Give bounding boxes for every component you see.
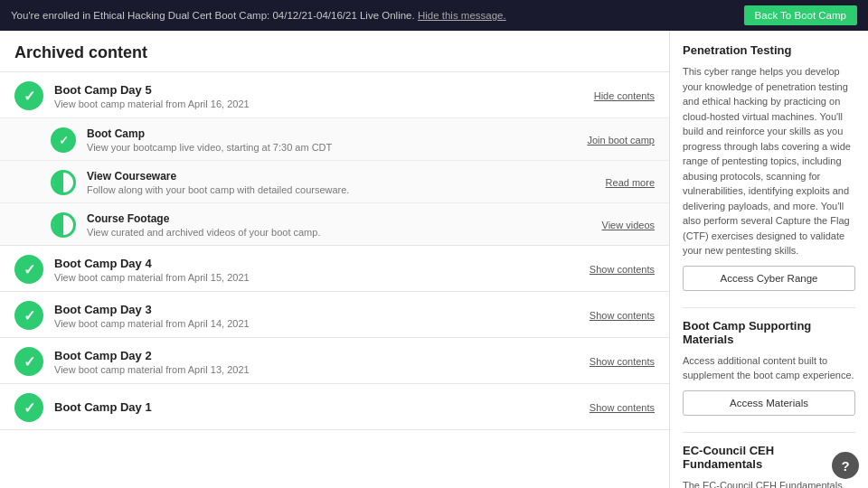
sidebar-section-pen-testing: Penetration Testing This cyber range hel… bbox=[683, 43, 855, 291]
notification-text: You're enrolled in Ethical Hacking Dual … bbox=[11, 10, 506, 21]
sidebar: Penetration Testing This cyber range hel… bbox=[669, 31, 868, 488]
day-section-day5: ✓ Boot Camp Day 5 View boot camp materia… bbox=[0, 72, 669, 246]
bootcamp-live-icon: ✓ bbox=[51, 127, 76, 153]
day1-title: Boot Camp Day 1 bbox=[54, 400, 152, 414]
supporting-title: Boot Camp Supporting Materials bbox=[683, 319, 855, 346]
courseware-title: View Courseware bbox=[87, 170, 349, 183]
courseware-icon bbox=[51, 170, 76, 195]
day3-icon: ✓ bbox=[14, 301, 43, 330]
course-footage-icon bbox=[51, 212, 76, 238]
join-bootcamp-link[interactable]: Join boot camp bbox=[587, 135, 655, 145]
course-footage-info: Course Footage View curated and archived… bbox=[87, 212, 320, 238]
ec-council-desc: The EC-Council CEH Fundamentals learning… bbox=[683, 478, 855, 489]
view-videos-link[interactable]: View videos bbox=[602, 220, 656, 230]
day5-subtitle: View boot camp material from April 16, 2… bbox=[54, 99, 250, 109]
help-button[interactable]: ? bbox=[832, 452, 859, 479]
day3-header[interactable]: ✓ Boot Camp Day 3 View boot camp materia… bbox=[0, 292, 669, 337]
day-section-day1: ✓ Boot Camp Day 1 Show contents bbox=[0, 384, 669, 430]
sidebar-divider-2 bbox=[683, 432, 855, 433]
day-section-day2: ✓ Boot Camp Day 2 View boot camp materia… bbox=[0, 338, 669, 384]
day5-header[interactable]: ✓ Boot Camp Day 5 View boot camp materia… bbox=[0, 72, 669, 117]
help-icon-label: ? bbox=[841, 458, 849, 474]
main-layout: Archived content ✓ Boot Camp Day 5 View … bbox=[0, 31, 868, 488]
day3-info: Boot Camp Day 3 View boot camp material … bbox=[54, 303, 250, 329]
courseware-subtitle: Follow along with your boot camp with de… bbox=[87, 184, 349, 195]
day2-header[interactable]: ✓ Boot Camp Day 2 View boot camp materia… bbox=[0, 338, 669, 383]
day4-subtitle: View boot camp material from April 15, 2… bbox=[54, 272, 250, 283]
sidebar-section-supporting: Boot Camp Supporting Materials Access ad… bbox=[683, 319, 855, 416]
access-cyber-range-button[interactable]: Access Cyber Range bbox=[683, 266, 855, 291]
hide-message-link[interactable]: Hide this message. bbox=[418, 10, 506, 21]
day3-toggle[interactable]: Show contents bbox=[590, 310, 655, 321]
day4-header[interactable]: ✓ Boot Camp Day 4 View boot camp materia… bbox=[0, 246, 669, 291]
day4-toggle[interactable]: Show contents bbox=[590, 264, 655, 275]
bootcamp-live-subtitle: View your bootcamp live video, starting … bbox=[87, 142, 332, 153]
day4-icon: ✓ bbox=[14, 255, 43, 284]
sub-item-bootcamp-live: ✓ Boot Camp View your bootcamp live vide… bbox=[0, 117, 669, 160]
page-title: Archived content bbox=[0, 31, 669, 72]
day5-info: Boot Camp Day 5 View boot camp material … bbox=[54, 83, 250, 109]
read-more-link[interactable]: Read more bbox=[606, 177, 655, 188]
day5-title: Boot Camp Day 5 bbox=[54, 83, 250, 97]
sub-item-courseware: View Courseware Follow along with your b… bbox=[0, 160, 669, 202]
courseware-info: View Courseware Follow along with your b… bbox=[87, 170, 349, 195]
day1-icon: ✓ bbox=[14, 393, 43, 422]
sidebar-divider-1 bbox=[683, 307, 855, 308]
content-area: Archived content ✓ Boot Camp Day 5 View … bbox=[0, 31, 669, 488]
course-footage-title: Course Footage bbox=[87, 212, 320, 225]
day1-info: Boot Camp Day 1 bbox=[54, 400, 152, 416]
day2-icon: ✓ bbox=[14, 347, 43, 376]
notification-bar: You're enrolled in Ethical Hacking Dual … bbox=[0, 0, 868, 31]
sub-item-course-footage: Course Footage View curated and archived… bbox=[0, 202, 669, 245]
day5-sub-items: ✓ Boot Camp View your bootcamp live vide… bbox=[0, 117, 669, 245]
access-materials-button[interactable]: Access Materials bbox=[683, 390, 855, 416]
day-section-day3: ✓ Boot Camp Day 3 View boot camp materia… bbox=[0, 292, 669, 338]
pen-testing-desc: This cyber range helps you develop your … bbox=[683, 64, 855, 258]
ec-council-title: EC-Council CEH Fundamentals bbox=[683, 444, 855, 471]
day2-title: Boot Camp Day 2 bbox=[54, 349, 250, 362]
sidebar-section-ec-council: EC-Council CEH Fundamentals The EC-Counc… bbox=[683, 444, 855, 489]
checkmark-icon: ✓ bbox=[24, 88, 35, 105]
pen-testing-title: Penetration Testing bbox=[683, 43, 855, 57]
day2-subtitle: View boot camp material from April 13, 2… bbox=[54, 364, 250, 375]
day1-header[interactable]: ✓ Boot Camp Day 1 Show contents bbox=[0, 384, 669, 429]
day4-title: Boot Camp Day 4 bbox=[54, 257, 250, 270]
bootcamp-live-info: Boot Camp View your bootcamp live video,… bbox=[87, 127, 332, 153]
course-footage-subtitle: View curated and archived videos of your… bbox=[87, 227, 320, 238]
day1-toggle[interactable]: Show contents bbox=[590, 402, 655, 413]
checkmark-icon: ✓ bbox=[24, 399, 35, 417]
day5-toggle[interactable]: Hide contents bbox=[594, 90, 655, 101]
bootcamp-live-title: Boot Camp bbox=[87, 127, 332, 140]
notification-message: You're enrolled in Ethical Hacking Dual … bbox=[11, 10, 415, 21]
day3-title: Boot Camp Day 3 bbox=[54, 303, 250, 316]
day3-subtitle: View boot camp material from April 14, 2… bbox=[54, 318, 250, 329]
day-section-day4: ✓ Boot Camp Day 4 View boot camp materia… bbox=[0, 246, 669, 292]
checkmark-icon: ✓ bbox=[24, 307, 35, 324]
day4-info: Boot Camp Day 4 View boot camp material … bbox=[54, 257, 250, 283]
day2-info: Boot Camp Day 2 View boot camp material … bbox=[54, 349, 250, 375]
day5-icon: ✓ bbox=[14, 81, 43, 110]
day2-toggle[interactable]: Show contents bbox=[590, 356, 655, 367]
supporting-desc: Access additional content built to suppl… bbox=[683, 353, 855, 383]
checkmark-icon: ✓ bbox=[24, 261, 35, 278]
back-to-bootcamp-button[interactable]: Back To Boot Camp bbox=[744, 5, 857, 25]
checkmark-icon: ✓ bbox=[24, 353, 35, 371]
checkmark-icon: ✓ bbox=[59, 134, 69, 147]
